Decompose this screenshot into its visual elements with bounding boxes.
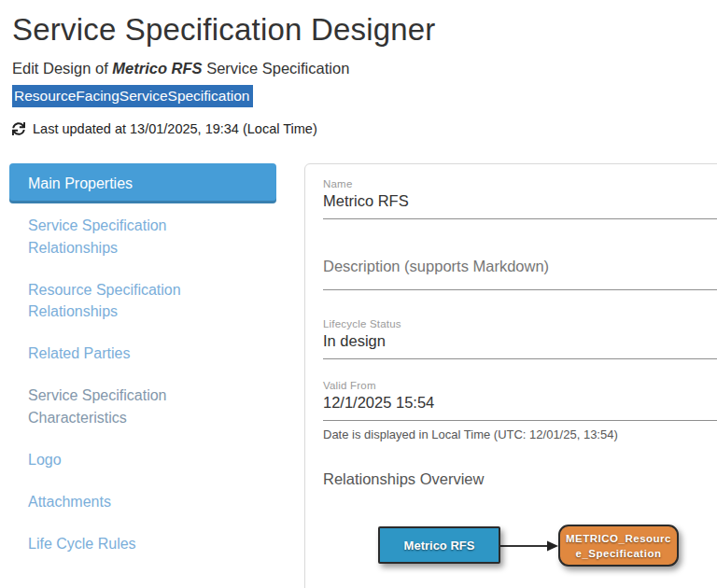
relationships-diagram: Metrico RFS METRICO_Resource_Specificati… <box>323 493 717 588</box>
main-properties-panel: Name Metrico RFS Description (supports M… <box>304 163 717 588</box>
valid-from-helper-text: Date is displayed in Local Time (UTC: 12… <box>323 427 717 441</box>
description-input[interactable]: Description (supports Markdown) <box>323 258 717 290</box>
sidebar-item-life-cycle-rules[interactable]: Life Cycle Rules <box>9 524 276 564</box>
sidebar-item-logo[interactable]: Logo <box>9 440 276 480</box>
spec-type-badge: ResourceFacingServiceSpecification <box>12 85 253 108</box>
refresh-icon[interactable] <box>12 122 25 135</box>
valid-from-label: Valid From <box>323 380 717 391</box>
section-nav-sidebar: Main Properties Service Specification Re… <box>9 163 276 566</box>
sidebar-item-related-parties[interactable]: Related Parties <box>9 333 276 373</box>
relationships-overview-heading: Relationships Overview <box>323 470 717 488</box>
sidebar-item-service-spec-relationships[interactable]: Service Specification Relationships <box>9 205 276 267</box>
last-updated-text: Last updated at 13/01/2025, 19:34 (Local… <box>33 121 317 136</box>
edit-design-subtitle: Edit Design of Metrico RFS Service Speci… <box>12 60 717 77</box>
subtitle-prefix: Edit Design of <box>12 60 112 77</box>
last-updated-row: Last updated at 13/01/2025, 19:34 (Local… <box>12 121 717 136</box>
spec-name-emphasis: Metrico RFS <box>112 60 202 77</box>
page-header: Service Specification Designer Edit Desi… <box>0 0 717 136</box>
description-field-group: Description (supports Markdown) <box>323 258 717 290</box>
lifecycle-status-select[interactable]: In design <box>323 332 717 359</box>
sidebar-item-main-properties[interactable]: Main Properties <box>9 163 276 203</box>
name-input[interactable]: Metrico RFS <box>323 192 717 219</box>
valid-from-field-group: Valid From 12/1/2025 15:54 Date is displ… <box>323 380 717 441</box>
page-title: Service Specification Designer <box>12 11 717 49</box>
lifecycle-status-field-group: Lifecycle Status In design <box>323 318 717 359</box>
sidebar-item-attachments[interactable]: Attachments <box>9 482 276 522</box>
sidebar-item-service-spec-characteristics[interactable]: Service Specification Characteristics <box>9 375 276 437</box>
name-field-label: Name <box>323 178 717 189</box>
lifecycle-status-label: Lifecycle Status <box>323 318 717 329</box>
content-area: Main Properties Service Specification Re… <box>0 163 717 588</box>
diagram-node-service-spec[interactable]: Metrico RFS <box>378 526 500 564</box>
sidebar-item-resource-spec-relationships[interactable]: Resource Specification Relationships <box>9 270 276 331</box>
diagram-node-resource-spec[interactable]: METRICO_Resource_Specification <box>558 525 679 567</box>
name-field-group: Name Metrico RFS <box>323 178 717 219</box>
subtitle-suffix: Service Specification <box>203 60 350 77</box>
valid-from-input[interactable]: 12/1/2025 15:54 <box>323 394 717 421</box>
